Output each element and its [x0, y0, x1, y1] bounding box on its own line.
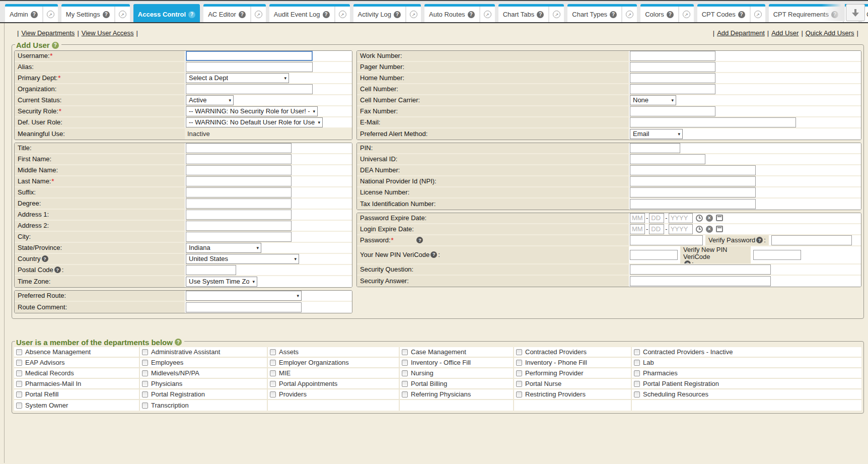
tab-button-audit-event-log[interactable]: Audit Event Log?: [269, 7, 334, 22]
popout-button[interactable]: ↗: [250, 7, 266, 22]
help-icon[interactable]: ?: [684, 260, 691, 263]
popout-button[interactable]: ↗: [334, 7, 350, 22]
link-view-departments[interactable]: View Departments: [21, 29, 75, 37]
last-name-input[interactable]: [186, 176, 292, 186]
help-icon[interactable]: ?: [756, 237, 763, 243]
tab-button-access-control[interactable]: Access Control?: [133, 7, 200, 22]
tab-button-colors[interactable]: Colors?: [640, 7, 678, 22]
performing-provider-checkbox[interactable]: [516, 370, 522, 376]
link-add-user[interactable]: Add User: [771, 29, 799, 37]
tab-button-chart-tabs[interactable]: Chart Tabs?: [498, 7, 549, 22]
link-quick-add-users[interactable]: Quick Add Users: [806, 29, 854, 37]
password-expire-date-mm-input[interactable]: [630, 213, 645, 223]
contracted-providers-checkbox[interactable]: [516, 349, 522, 355]
popout-button[interactable]: ↗: [750, 7, 765, 22]
calendar-icon[interactable]: [716, 226, 723, 232]
home-number-input[interactable]: [630, 73, 715, 83]
contracted-providers-inactive-checkbox[interactable]: [634, 349, 640, 355]
your-new-pin-vericode-input[interactable]: [630, 250, 678, 260]
help-icon[interactable]: ?: [175, 339, 182, 346]
help-icon[interactable]: ?: [610, 11, 617, 18]
pharmacies-mail-in-checkbox[interactable]: [16, 381, 22, 387]
preferred-alert-method-select[interactable]: Email▾: [630, 129, 683, 139]
clock-icon[interactable]: [696, 226, 703, 233]
inventory-phone-fill-checkbox[interactable]: [516, 360, 522, 366]
address-2-input[interactable]: [186, 221, 292, 231]
transcription-checkbox[interactable]: [142, 403, 148, 409]
verify-password-input[interactable]: [771, 235, 852, 245]
alias-input[interactable]: [186, 62, 313, 72]
state-province-select[interactable]: Indiana▾: [186, 243, 261, 253]
system-owner-checkbox[interactable]: [16, 403, 22, 409]
organization-input[interactable]: [186, 84, 313, 94]
help-icon[interactable]: ?: [42, 255, 48, 262]
lab-checkbox[interactable]: [634, 360, 640, 366]
popout-button[interactable]: ↗: [114, 7, 130, 22]
popout-button[interactable]: ↗: [678, 7, 694, 22]
portal-billing-checkbox[interactable]: [402, 381, 408, 387]
clear-icon[interactable]: ×: [706, 215, 713, 222]
help-icon[interactable]: ?: [239, 11, 246, 18]
assets-checkbox[interactable]: [270, 349, 276, 355]
tab-button-chart-types[interactable]: Chart Types?: [567, 7, 621, 22]
clock-icon[interactable]: [696, 215, 703, 222]
cell-number-input[interactable]: [630, 84, 715, 94]
address-1-input[interactable]: [186, 210, 292, 220]
universal-id-input[interactable]: [630, 154, 705, 164]
security-question-input[interactable]: [630, 264, 771, 275]
clear-icon[interactable]: ×: [706, 226, 713, 233]
tab-scroll-button[interactable]: [846, 4, 865, 21]
tax-identification-number-input[interactable]: [630, 199, 756, 209]
help-icon[interactable]: ?: [831, 11, 838, 18]
help-icon[interactable]: ?: [667, 11, 674, 18]
employer-organizations-checkbox[interactable]: [270, 360, 276, 366]
tab-button-auto-routes[interactable]: Auto Routes?: [424, 7, 479, 22]
pharmacies-checkbox[interactable]: [634, 370, 640, 376]
fax-number-input[interactable]: [630, 106, 715, 116]
help-icon[interactable]: ?: [394, 11, 401, 18]
link-view-user-access[interactable]: View User Access: [82, 29, 134, 37]
popout-button[interactable]: ↗: [405, 7, 421, 22]
country-select[interactable]: United States▾: [186, 254, 299, 264]
physicians-checkbox[interactable]: [142, 381, 148, 387]
portal-appointments-checkbox[interactable]: [270, 381, 276, 387]
login-expire-date-mm-input[interactable]: [630, 224, 645, 234]
portal-nurse-checkbox[interactable]: [516, 381, 522, 387]
portal-registration-checkbox[interactable]: [142, 391, 148, 397]
degree-input[interactable]: [186, 198, 292, 209]
national-provider-id-npi-input[interactable]: [630, 176, 756, 186]
popout-button[interactable]: ↗: [548, 7, 564, 22]
password-expire-date-yyyy-input[interactable]: [669, 213, 693, 223]
help-icon[interactable]: ?: [52, 42, 59, 49]
portal-patient-registration-checkbox[interactable]: [634, 381, 640, 387]
postal-code-input[interactable]: [186, 265, 236, 275]
restricting-providers-checkbox[interactable]: [516, 391, 522, 397]
password-expire-date-dd-input[interactable]: [649, 213, 664, 223]
case-management-checkbox[interactable]: [402, 349, 408, 355]
calendar-icon[interactable]: [716, 215, 723, 221]
employees-checkbox[interactable]: [142, 360, 148, 366]
help-icon[interactable]: ?: [468, 11, 475, 18]
medical-records-checkbox[interactable]: [16, 370, 22, 376]
scheduling-resources-checkbox[interactable]: [634, 391, 640, 397]
route-comment-input[interactable]: [186, 302, 302, 312]
work-number-input[interactable]: [630, 51, 715, 61]
nursing-checkbox[interactable]: [402, 370, 408, 376]
title-input[interactable]: [186, 143, 292, 153]
referring-physicians-checkbox[interactable]: [402, 391, 408, 397]
help-icon[interactable]: ?: [430, 251, 437, 258]
tab-button-admin[interactable]: Admin?: [5, 7, 42, 22]
inventory-office-fill-checkbox[interactable]: [402, 360, 408, 366]
absence-management-checkbox[interactable]: [16, 349, 22, 355]
security-answer-input[interactable]: [630, 276, 771, 286]
help-icon[interactable]: ?: [31, 11, 38, 18]
tab-button-cpt-requirements[interactable]: CPT Requirements?: [769, 7, 843, 22]
help-icon[interactable]: ?: [537, 11, 544, 18]
popout-button[interactable]: ↗: [621, 7, 637, 22]
portal-refill-checkbox[interactable]: [16, 391, 22, 397]
login-expire-date-dd-input[interactable]: [649, 224, 664, 234]
help-icon[interactable]: ?: [188, 11, 195, 18]
tab-button-ac-editor[interactable]: AC Editor?: [203, 7, 250, 22]
administrative-assistant-checkbox[interactable]: [142, 349, 148, 355]
popout-button[interactable]: ↗: [42, 7, 58, 22]
